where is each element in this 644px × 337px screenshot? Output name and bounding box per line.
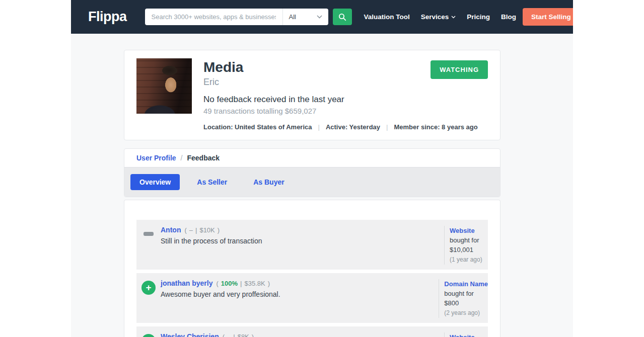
profile-active: Active: Yesterday bbox=[326, 123, 380, 131]
positive-feedback-icon: + bbox=[141, 334, 156, 337]
meta-close: ) bbox=[252, 333, 254, 337]
nav-valuation-tool-label: Valuation Tool bbox=[364, 13, 410, 21]
meta-open: ( bbox=[184, 226, 186, 234]
transaction-item-link[interactable]: Website bbox=[450, 333, 475, 337]
meta-sep: | bbox=[233, 333, 235, 337]
breadcrumb-user-profile[interactable]: User Profile bbox=[136, 154, 176, 162]
feedback-icon-cell bbox=[136, 226, 161, 265]
nav-pricing[interactable]: Pricing bbox=[467, 13, 490, 21]
feedback-amount: $8K bbox=[238, 333, 249, 337]
meta-close: ) bbox=[218, 226, 220, 234]
profile-member-since: Member since: 8 years ago bbox=[394, 123, 477, 131]
profile-photo bbox=[136, 58, 192, 114]
feedback-row: + jonathan byerly ( 100% | $35.8K ) Awes… bbox=[136, 273, 488, 323]
tab-as-buyer[interactable]: As Buyer bbox=[244, 174, 293, 190]
meta-open: ( bbox=[223, 333, 225, 337]
meta-divider: | bbox=[318, 123, 320, 131]
flippa-logo[interactable]: Flippa bbox=[88, 9, 127, 25]
feedback-comment: Awesome buyer and very proffesional. bbox=[161, 290, 432, 298]
profile-card: Media Eric No feedback received in the l… bbox=[124, 50, 500, 140]
transaction-item-link[interactable]: Domain Name bbox=[444, 280, 488, 288]
feedback-icon-cell: + bbox=[136, 279, 161, 318]
feedback-user-link[interactable]: jonathan byerly bbox=[161, 279, 212, 287]
feedback-tabs: Overview As Seller As Buyer bbox=[124, 167, 500, 197]
meta-open: ( bbox=[216, 280, 218, 287]
breadcrumb: User Profile / Feedback bbox=[124, 149, 500, 167]
tab-as-seller[interactable]: As Seller bbox=[188, 174, 236, 190]
meta-divider: | bbox=[386, 123, 388, 131]
feedback-row: Anton ( – | $10K ) Still in the process … bbox=[136, 220, 488, 270]
feedback-user-meta: ( – | $10K ) bbox=[184, 226, 220, 234]
chevron-down-icon bbox=[451, 16, 456, 19]
breadcrumb-feedback: Feedback bbox=[187, 154, 220, 162]
main-nav: Valuation Tool Services Pricing Blog bbox=[359, 13, 522, 21]
feedback-user-meta: ( – | $8K ) bbox=[223, 333, 254, 337]
transactions-summary: 49 transactions totalling $659,027 bbox=[203, 107, 478, 115]
feedback-comment: Still in the process of transaction bbox=[161, 237, 437, 245]
transaction-item-link[interactable]: Website bbox=[450, 227, 475, 234]
page: Flippa All Valuation Tool Services bbox=[71, 0, 573, 337]
meta-sep: | bbox=[195, 226, 197, 234]
chevron-down-icon bbox=[317, 15, 322, 19]
feedback-body: Anton ( – | $10K ) Still in the process … bbox=[161, 226, 444, 265]
search-icon bbox=[338, 13, 346, 21]
profile-location: Location: United States of America bbox=[203, 123, 312, 131]
feedback-summary: No feedback received in the last year bbox=[203, 95, 478, 105]
transaction-info: Website bought for $8,000 (3 years ago) bbox=[444, 332, 488, 337]
positive-feedback-icon: + bbox=[141, 281, 156, 295]
transaction-info: Domain Name bought for $800 (2 years ago… bbox=[439, 279, 488, 318]
nav-blog[interactable]: Blog bbox=[501, 13, 516, 21]
search-bar: All bbox=[145, 9, 352, 25]
feedback-row: + Wesley Cherisien ( – | $8K ) Eric was … bbox=[136, 326, 488, 337]
start-selling-button[interactable]: Start Selling bbox=[523, 8, 573, 26]
feedback-user-link[interactable]: Anton bbox=[161, 226, 181, 234]
feedback-rating: – bbox=[189, 226, 193, 234]
neutral-feedback-icon bbox=[144, 232, 154, 236]
content-column: Media Eric No feedback received in the l… bbox=[124, 50, 500, 337]
profile-meta: Location: United States of America | Act… bbox=[203, 123, 478, 131]
transaction-info: Website bought for $10,001 (1 year ago) bbox=[444, 226, 488, 265]
feedback-amount: $35.8K bbox=[244, 280, 265, 287]
watching-button[interactable]: WATCHING bbox=[431, 60, 488, 79]
tab-overview[interactable]: Overview bbox=[130, 174, 180, 190]
nav-valuation-tool[interactable]: Valuation Tool bbox=[364, 13, 410, 21]
nav-blog-label: Blog bbox=[501, 13, 516, 21]
transaction-price: $800 bbox=[444, 298, 488, 308]
feedback-list-card: Anton ( – | $10K ) Still in the process … bbox=[124, 200, 500, 337]
feedback-icon-cell: + bbox=[136, 332, 161, 337]
search-category-select[interactable]: All bbox=[282, 9, 328, 25]
transaction-action: bought for bbox=[450, 235, 488, 245]
feedback-body: jonathan byerly ( 100% | $35.8K ) Awesom… bbox=[161, 279, 439, 318]
nav-services-label: Services bbox=[421, 13, 449, 21]
transaction-ago: (1 year ago) bbox=[450, 255, 488, 265]
feedback-rating: – bbox=[227, 333, 231, 337]
search-input[interactable] bbox=[145, 9, 282, 25]
transaction-price: $10,001 bbox=[450, 245, 488, 255]
transaction-action: bought for bbox=[444, 289, 488, 298]
feedback-amount: $10K bbox=[199, 226, 214, 234]
meta-close: ) bbox=[268, 280, 270, 287]
search-button[interactable] bbox=[333, 9, 352, 25]
feedback-rating: 100% bbox=[221, 280, 238, 287]
transaction-ago: (2 years ago) bbox=[444, 308, 488, 318]
feedback-user-link[interactable]: Wesley Cherisien bbox=[161, 332, 219, 337]
meta-sep: | bbox=[240, 280, 242, 287]
breadcrumb-tabs-card: User Profile / Feedback Overview As Sell… bbox=[124, 148, 500, 197]
feedback-body: Wesley Cherisien ( – | $8K ) Eric was ni… bbox=[161, 332, 444, 337]
nav-pricing-label: Pricing bbox=[467, 13, 490, 21]
search-category-value: All bbox=[289, 13, 296, 21]
feedback-user-meta: ( 100% | $35.8K ) bbox=[216, 280, 270, 287]
navbar: Flippa All Valuation Tool Services bbox=[71, 0, 573, 34]
breadcrumb-separator: / bbox=[181, 154, 183, 162]
nav-services[interactable]: Services bbox=[421, 13, 456, 21]
